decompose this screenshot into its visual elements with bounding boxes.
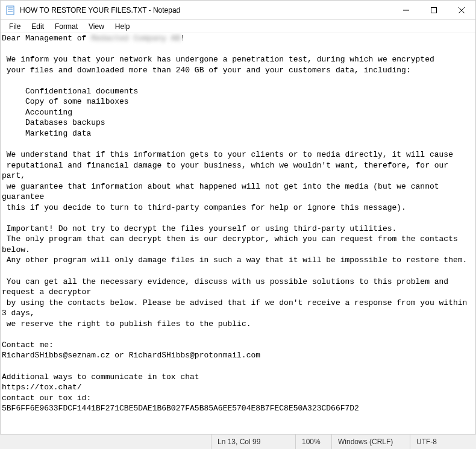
minimize-button[interactable] [392,1,420,19]
svg-rect-5 [431,7,437,13]
contact-header: Contact me: [2,341,54,350]
body-line: your files and downloaded more than 240 … [2,66,411,75]
status-position: Ln 13, Col 99 [211,435,295,449]
close-button[interactable] [448,1,475,19]
window-controls [392,1,475,19]
body-line: we reserve the right to publish files to… [2,319,251,328]
body-line: this if you decide to turn to third-part… [2,203,406,212]
redacted-company: Redacted Company AB [91,33,180,44]
list-item: Accounting [2,108,72,117]
greeting-prefix: Dear Management of [2,34,91,43]
body-line: We understand that if this information g… [2,150,453,159]
maximize-button[interactable] [420,1,448,19]
tox-url: https://tox.chat/ [2,383,82,392]
body-line: The only program that can decrypt them i… [2,234,463,254]
titlebar: HOW TO RESTORE YOUR FILES.TXT - Notepad [1,1,475,20]
list-item: Marketing data [2,129,91,138]
body-line: Any other program will only damage files… [2,256,467,265]
menu-view[interactable]: View [84,21,109,32]
greeting-suffix: ! [180,34,185,43]
status-zoom: 100% [295,435,331,449]
status-line-ending: Windows (CRLF) [331,435,410,449]
contact-line: RichardSHibbs@seznam.cz or RichardSHibbs… [2,351,260,360]
notepad-icon [5,5,15,15]
tox-id: 5BF6FF6E9633FDCF1441BF271CBE5DAE1B6B027F… [2,404,359,413]
text-area[interactable]: Dear Management of Redacted Company AB! … [1,33,475,433]
status-encoding: UTF-8 [410,435,476,449]
list-item: Copy of some mailboxes [2,97,129,106]
window-title: HOW TO RESTORE YOUR FILES.TXT - Notepad [20,6,392,14]
list-item: Databases backups [2,118,105,127]
body-line: You can get all the necessary evidence, … [2,277,453,297]
body-line: by using the contacts below. Please be a… [2,298,472,318]
body-line: reputational and financial damage to you… [2,161,453,181]
menu-edit[interactable]: Edit [27,21,49,32]
svg-rect-0 [7,6,14,14]
menubar: File Edit Format View Help [1,20,475,33]
body-line: We inform you that your network has unde… [2,55,434,64]
menu-help[interactable]: Help [110,21,135,32]
tox-id-label: contact our tox id: [2,394,91,403]
menu-format[interactable]: Format [50,21,83,32]
tox-header: Additional ways to communicate in tox ch… [2,372,199,381]
list-item: Confidentional documents [2,87,138,96]
body-line: Important! Do not try to decrypt the fil… [2,224,396,233]
body-line: we guarantee that information about what… [2,182,443,202]
menu-file[interactable]: File [4,21,25,32]
statusbar: Ln 13, Col 99 100% Windows (CRLF) UTF-8 [0,434,476,449]
